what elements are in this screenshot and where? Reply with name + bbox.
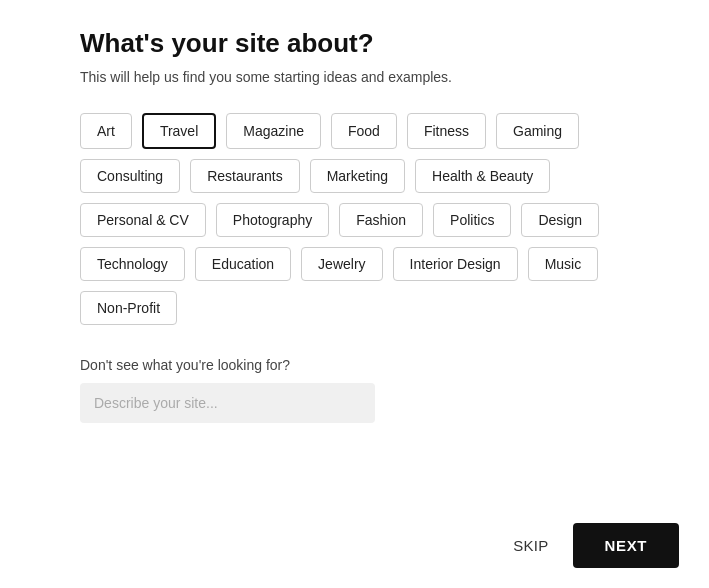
tag-personal-cv[interactable]: Personal & CV: [80, 203, 206, 237]
tag-food[interactable]: Food: [331, 113, 397, 149]
page-subtitle: This will help us find you some starting…: [80, 69, 629, 85]
main-container: What's your site about? This will help u…: [0, 0, 709, 503]
skip-button[interactable]: SKIP: [513, 537, 548, 554]
tag-design[interactable]: Design: [521, 203, 599, 237]
tag-photography[interactable]: Photography: [216, 203, 329, 237]
tag-interior-design[interactable]: Interior Design: [393, 247, 518, 281]
page-title: What's your site about?: [80, 28, 629, 59]
footer: SKIP NEXT: [483, 503, 709, 588]
tag-technology[interactable]: Technology: [80, 247, 185, 281]
tag-magazine[interactable]: Magazine: [226, 113, 321, 149]
tag-travel[interactable]: Travel: [142, 113, 216, 149]
tag-politics[interactable]: Politics: [433, 203, 511, 237]
tag-music[interactable]: Music: [528, 247, 599, 281]
tag-fitness[interactable]: Fitness: [407, 113, 486, 149]
tag-jewelry[interactable]: Jewelry: [301, 247, 382, 281]
describe-label: Don't see what you're looking for?: [80, 357, 629, 373]
tag-fashion[interactable]: Fashion: [339, 203, 423, 237]
tag-gaming[interactable]: Gaming: [496, 113, 579, 149]
tag-consulting[interactable]: Consulting: [80, 159, 180, 193]
describe-input[interactable]: [80, 383, 375, 423]
next-button[interactable]: NEXT: [573, 523, 679, 568]
tag-marketing[interactable]: Marketing: [310, 159, 405, 193]
tag-art[interactable]: Art: [80, 113, 132, 149]
tag-health-beauty[interactable]: Health & Beauty: [415, 159, 550, 193]
tag-non-profit[interactable]: Non-Profit: [80, 291, 177, 325]
tag-education[interactable]: Education: [195, 247, 291, 281]
tag-restaurants[interactable]: Restaurants: [190, 159, 299, 193]
tags-container: ArtTravelMagazineFoodFitnessGamingConsul…: [80, 113, 629, 325]
